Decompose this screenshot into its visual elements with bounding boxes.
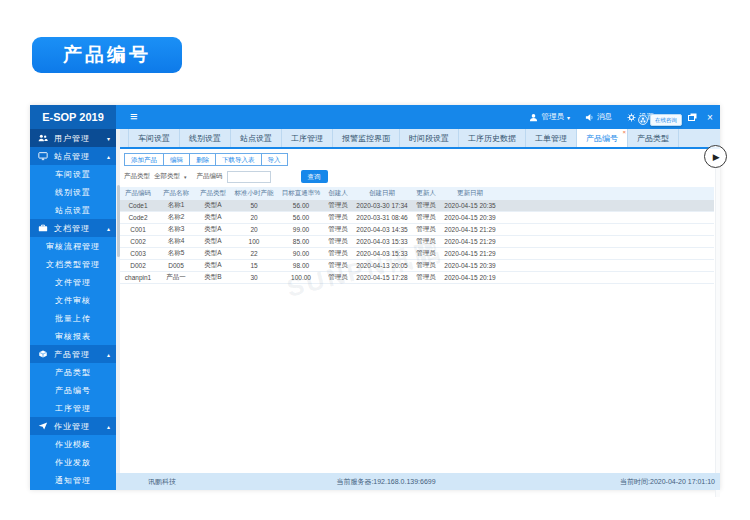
col-product-type: 产品类型 [196,189,230,198]
app-title: E-SOP 2019 [30,105,116,129]
download-import-template-button[interactable]: 下载导入表 [215,153,262,166]
delete-button[interactable]: 删除 [189,153,216,166]
tab-station-settings[interactable]: 站点设置 [231,129,282,147]
table-row[interactable]: Code2名称2类型A2056.00管理员2020-03-31 08:46管理员… [120,212,714,224]
sidebar-item-process-mgmt[interactable]: 工序管理 [30,399,116,417]
briefcase-icon [38,223,48,233]
sidebar-nav: 用户管理 ▾ 站点管理 ▴ 车间设置 线别设置 站点设置 文档管理 ▴ 审核流程… [30,129,116,490]
page: 产品编号 E-SOP 2019 ≡ 管理员 ▾ 消息 [0,0,750,520]
gear-icon [627,113,636,122]
floating-chat-widget[interactable]: 在线咨询 [638,114,682,126]
content-area: 车间设置 线别设置 站点设置 工序管理 报警监控界面 时间段设置 工序历史数据 … [120,129,720,473]
import-button[interactable]: 导入 [261,153,288,166]
sidebar-item-doc-type-mgmt[interactable]: 文档类型管理 [30,255,116,273]
table-row[interactable]: C001名称3类型A2099.00管理员2020-04-03 14:35管理员2… [120,224,714,236]
user-icon [529,113,538,122]
chevron-up-icon: ▴ [107,423,110,430]
close-window-button[interactable]: × [703,105,717,129]
messages-label: 消息 [597,112,612,122]
restore-window-button[interactable] [684,105,698,129]
col-target-yield: 目标直通率% [278,189,324,198]
col-create-date: 创建日期 [352,189,412,198]
col-update-date: 更新日期 [440,189,500,198]
sidebar-item-station-settings[interactable]: 站点设置 [30,201,116,219]
close-tab-icon[interactable]: × [622,129,626,136]
messages-button[interactable]: 消息 [585,112,612,122]
col-creator: 创建人 [324,189,352,198]
user-label: 管理员 [541,112,564,122]
sidebar-item-product-mgmt[interactable]: 产品管理 ▴ [30,345,116,363]
chevron-down-icon: ▾ [107,135,110,142]
titlebar-right-cluster: 管理员 ▾ 消息 设置 [529,105,654,129]
filter-bar: 产品类型 全部类型 ▾ 产品编码 查询 [124,170,720,183]
product-code-input[interactable] [227,171,271,183]
speaker-icon [585,113,594,122]
tab-bar: 车间设置 线别设置 站点设置 工序管理 报警监控界面 时间段设置 工序历史数据 … [120,129,720,149]
add-product-button[interactable]: 添加产品 [124,153,164,166]
users-icon [38,133,48,143]
table-row[interactable]: chanpin1产品一类型B30100.00管理员2020-04-15 17:2… [120,272,714,284]
tab-workshop-settings[interactable]: 车间设置 [128,129,180,147]
floating-chat-label: 在线咨询 [650,114,682,126]
sidebar-item-workshop-settings[interactable]: 车间设置 [30,165,116,183]
table-row[interactable]: C002名称4类型A10085.00管理员2020-04-03 15:33管理员… [120,236,714,248]
chevron-up-icon: ▴ [107,351,110,358]
sidebar-item-notify-mgmt[interactable]: 通知管理 [30,471,116,489]
product-type-select[interactable]: 全部类型 ▾ [154,172,187,181]
sidebar-item-product-code[interactable]: 产品编号 [30,381,116,399]
table-row[interactable]: C003名称5类型A2290.00管理员2020-04-03 15:33管理员2… [120,248,714,260]
col-std-hourly-capacity: 标准小时产能 [230,189,278,198]
sidebar-item-file-review[interactable]: 文件审核 [30,291,116,309]
tab-workorder-mgmt[interactable]: 工单管理 [526,129,577,147]
dropdown-caret-icon: ▾ [184,174,187,180]
page-title-badge: 产品编号 [32,37,182,73]
tab-product-code[interactable]: 产品编号 × [577,129,628,147]
sidebar-item-batch-upload[interactable]: 批量上传 [30,309,116,327]
product-code-filter-label: 产品编码 [197,172,223,181]
sidebar-item-site-mgmt[interactable]: 站点管理 ▴ [30,147,116,165]
company-label: 讯鹏科技 [148,473,176,490]
product-box-icon [38,349,48,359]
sidebar-item-job-mgmt[interactable]: 作业管理 ▴ [30,417,116,435]
sidebar-item-line-settings[interactable]: 线别设置 [30,183,116,201]
search-button[interactable]: 查询 [301,170,328,183]
sidebar-item-review-report[interactable]: 审核报表 [30,327,116,345]
tab-product-type[interactable]: 产品类型 [628,129,679,147]
col-updater: 更新人 [412,189,440,198]
task-send-icon [38,421,48,431]
col-product-code: 产品编码 [120,189,156,198]
tab-alarm-monitor[interactable]: 报警监控界面 [333,129,400,147]
sidebar-item-file-mgmt[interactable]: 文件管理 [30,273,116,291]
edit-button[interactable]: 编辑 [163,153,190,166]
tab-line-settings[interactable]: 线别设置 [180,129,231,147]
video-play-button[interactable]: ▶ [704,145,727,168]
tab-process-mgmt[interactable]: 工序管理 [282,129,333,147]
sidebar-item-review-flow-mgmt[interactable]: 审核流程管理 [30,237,116,255]
table-row[interactable]: D002D005类型A1598.00管理员2020-04-13 20:05管理员… [120,260,714,272]
product-type-filter-label: 产品类型 [124,172,150,181]
product-table: 产品编码 产品名称 产品类型 标准小时产能 目标直通率% 创建人 创建日期 更新… [120,187,714,284]
current-time-label: 当前时间:2020-04-20 17:01:10 [620,473,715,490]
sidebar-item-job-template[interactable]: 作业模板 [30,435,116,453]
toolbar: 添加产品 编辑 删除 下载导入表 导入 [124,153,720,166]
chevron-down-icon: ▾ [567,114,570,121]
table-row[interactable]: Code1名称1类型A5056.00管理员2020-03-30 17:34管理员… [120,200,714,212]
chevron-up-icon: ▴ [107,225,110,232]
tab-time-period[interactable]: 时间段设置 [400,129,459,147]
play-icon: ▶ [713,152,720,162]
app-window: E-SOP 2019 ≡ 管理员 ▾ 消息 [30,105,720,490]
tab-process-history[interactable]: 工序历史数据 [459,129,526,147]
window-titlebar: E-SOP 2019 ≡ 管理员 ▾ 消息 [30,105,720,129]
hamburger-menu-icon[interactable]: ≡ [130,105,138,129]
sidebar-item-document-mgmt[interactable]: 文档管理 ▴ [30,219,116,237]
sidebar-item-product-type[interactable]: 产品类型 [30,363,116,381]
user-menu[interactable]: 管理员 ▾ [529,112,570,122]
sidebar-item-user-mgmt[interactable]: 用户管理 ▾ [30,129,116,147]
chevron-up-icon: ▴ [107,153,110,160]
status-bar: 讯鹏科技 当前服务器:192.168.0.139:6699 当前时间:2020-… [116,473,720,490]
chat-service-icon [638,115,648,125]
monitor-icon [38,151,48,161]
server-address-label: 当前服务器:192.168.0.139:6699 [296,473,476,490]
content-scrollbar[interactable] [715,153,720,497]
sidebar-item-job-issue[interactable]: 作业发放 [30,453,116,471]
